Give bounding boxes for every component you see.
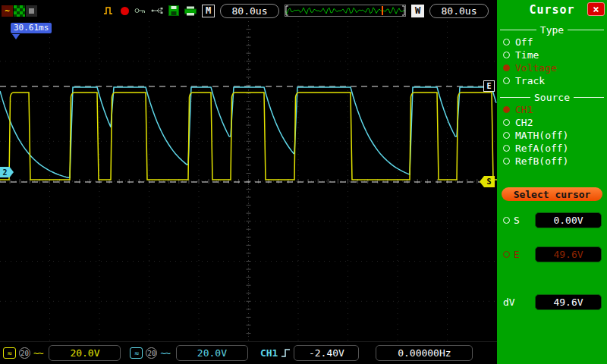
type-option-time[interactable]: Time xyxy=(497,49,607,61)
key-lock-icon[interactable] xyxy=(134,7,146,14)
source-option-math[interactable]: MATH(off) xyxy=(497,129,607,142)
rising-edge-icon xyxy=(281,348,291,358)
radio-icon xyxy=(503,132,510,139)
delta-v-label: dV xyxy=(503,297,515,308)
radio-icon[interactable] xyxy=(503,251,510,258)
source-option-label: MATH(off) xyxy=(515,130,568,141)
ch1-coupling-icon: ≈ xyxy=(3,347,16,359)
ch1-scale-value: 20.0V xyxy=(49,345,121,361)
cursor-e-label: E xyxy=(514,249,520,260)
ch2-wave-icon: ~~ xyxy=(160,348,169,359)
type-option-voltage[interactable]: Voltage xyxy=(497,61,607,74)
display-mode-icon xyxy=(26,5,37,17)
print-icon[interactable] xyxy=(184,6,197,16)
cursor-s-readout: S 0.00V xyxy=(497,212,607,228)
source-option-label: CH1 xyxy=(515,104,533,115)
trigger-status: CH1 -2.40V xyxy=(260,345,359,361)
checker-icon xyxy=(14,5,25,17)
close-icon[interactable]: × xyxy=(587,2,605,16)
source-option-ch2[interactable]: CH2 xyxy=(497,116,607,129)
record-icon[interactable] xyxy=(121,7,129,15)
radio-icon xyxy=(503,77,510,84)
trigger-level-value: -2.40V xyxy=(294,345,359,361)
window-timebase-badge: W xyxy=(411,5,424,17)
save-icon[interactable] xyxy=(168,5,179,16)
source-option-refa[interactable]: RefA(off) xyxy=(497,142,607,155)
ch2-status: ≈ 20 ~~ 20.0V xyxy=(130,345,247,361)
record-position-bar xyxy=(285,5,406,17)
cursor-e-value: 49.6V xyxy=(535,246,602,262)
radio-icon xyxy=(503,106,510,113)
status-bar: ≈ 20 ~~ 20.0V ≈ 20 ~~ 20.0V CH1 -2.40V 0… xyxy=(0,341,497,364)
wave-logo-icon: ~ xyxy=(2,5,13,17)
main-timebase-badge: M xyxy=(202,5,215,17)
source-section-header: Source xyxy=(497,91,607,103)
ch1-bandwidth-badge: 20 xyxy=(19,347,30,359)
type-option-off[interactable]: Off xyxy=(497,36,607,49)
oscilloscope-screen: ~ M 80.0us W 80.0us 30.61ms E S 2 Cursor… xyxy=(0,0,607,364)
ch1-wave-icon: ~~ xyxy=(33,348,42,359)
cursor-s-value: 0.00V xyxy=(535,212,602,228)
horizontal-offset-badge: 30.61ms xyxy=(11,23,52,33)
cursor-e-readout: E 49.6V xyxy=(497,246,607,262)
ch2-coupling-icon: ≈ xyxy=(130,347,143,359)
type-option-label: Time xyxy=(515,49,539,61)
main-timebase-value: 80.0us xyxy=(220,4,279,18)
source-option-ch1[interactable]: CH1 xyxy=(497,103,607,116)
ch2-bandwidth-badge: 20 xyxy=(146,347,157,359)
ch1-status: ≈ 20 ~~ 20.0V xyxy=(3,345,121,361)
cursor-e-marker[interactable]: E xyxy=(483,80,495,92)
top-toolbar: ~ M 80.0us W 80.0us xyxy=(0,0,497,21)
scope-display: 30.61ms E S 2 xyxy=(0,21,497,341)
frequency-value: 0.00000Hz xyxy=(376,345,473,361)
ch2-scale-value: 20.0V xyxy=(176,345,248,361)
source-option-refb[interactable]: RefB(off) xyxy=(497,155,607,168)
logo-tiles: ~ xyxy=(2,5,37,17)
window-timebase-value: 80.0us xyxy=(429,4,489,18)
cursor-s-label: S xyxy=(514,215,520,226)
radio-icon xyxy=(503,145,510,152)
frequency-counter: 0.00000Hz xyxy=(376,345,473,361)
source-option-label: CH2 xyxy=(515,117,533,128)
radio-icon xyxy=(503,39,510,46)
type-option-track[interactable]: Track xyxy=(497,74,607,87)
type-section-header: Type xyxy=(497,24,607,36)
usb-icon xyxy=(151,7,163,14)
trigger-position-arrow-icon xyxy=(12,34,20,39)
cursor-menu-panel: Cursor × Type Off Time Voltage Track Sou… xyxy=(497,0,607,364)
delta-v-value: 49.6V xyxy=(535,294,602,310)
radio-icon[interactable] xyxy=(503,217,510,224)
radio-icon xyxy=(503,52,510,58)
radio-icon xyxy=(503,119,510,126)
trigger-source-label: CH1 xyxy=(260,347,278,359)
delta-v-readout: dV 49.6V xyxy=(497,294,607,310)
source-option-label: RefA(off) xyxy=(515,143,568,154)
waveform-display xyxy=(0,21,497,341)
type-option-label: Voltage xyxy=(515,62,557,74)
type-option-label: Off xyxy=(515,36,533,48)
radio-icon xyxy=(503,158,510,165)
radio-icon xyxy=(503,64,510,71)
pulse-icon xyxy=(103,6,115,15)
select-cursor-button[interactable]: Select cursor xyxy=(502,187,602,201)
type-option-label: Track xyxy=(515,75,545,86)
source-option-label: RefB(off) xyxy=(515,155,568,167)
